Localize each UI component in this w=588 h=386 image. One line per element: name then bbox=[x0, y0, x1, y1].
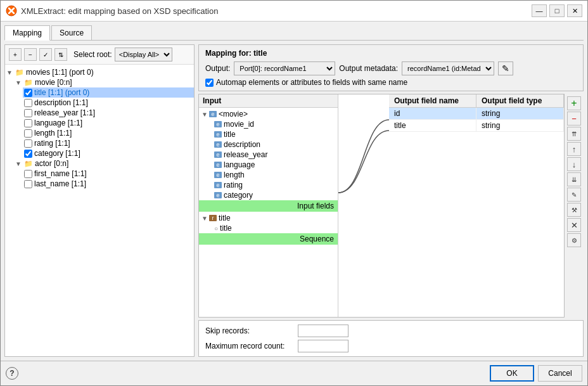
move-up-button[interactable]: ↑ bbox=[567, 142, 581, 156]
output-row-title[interactable]: title string bbox=[389, 120, 564, 132]
tab-bar: Mapping Source bbox=[4, 25, 584, 41]
main-content: Mapping Source + − ✓ ⇅ Select root: <Dis… bbox=[1, 22, 587, 361]
input-node-title[interactable]: e title bbox=[212, 129, 338, 139]
ok-button[interactable]: OK bbox=[490, 365, 534, 382]
tree-node-last-name[interactable]: last_name [1:1] bbox=[23, 179, 194, 189]
check-all-button[interactable]: ✓ bbox=[39, 48, 52, 61]
output-columns: Output field name Output field type id s… bbox=[389, 94, 564, 317]
tree-node-actor[interactable]: ▼ 📁 actor [0:n] bbox=[14, 158, 194, 169]
e-badge-length: e bbox=[214, 172, 222, 178]
input-label-release-year: release_year bbox=[224, 150, 267, 159]
automap-checkbox[interactable] bbox=[205, 79, 214, 87]
e-badge-movie: e bbox=[209, 111, 217, 117]
input-fields-bar: Input fields bbox=[199, 200, 338, 212]
input-node-length[interactable]: e length bbox=[212, 170, 338, 180]
input-node-movie[interactable]: ▼ e <movie> bbox=[199, 109, 338, 119]
tree-node-language[interactable]: language [1:1] bbox=[23, 118, 194, 128]
bottom-buttons: OK Cancel bbox=[490, 365, 582, 382]
output-dropdown[interactable]: Port[0]: recordName1 bbox=[234, 61, 335, 75]
output-field-name-header: Output field name bbox=[389, 94, 476, 107]
e-badge-description: e bbox=[214, 141, 222, 148]
input-node-release-year[interactable]: e release_year bbox=[212, 150, 338, 160]
help-button[interactable]: ? bbox=[6, 367, 18, 380]
expand-title-record-icon: ▼ bbox=[201, 215, 208, 222]
e-badge-rating: e bbox=[214, 182, 222, 188]
edit-button[interactable]: ✎ bbox=[567, 188, 581, 202]
mapping-title: Mapping for: title bbox=[205, 49, 577, 58]
input-node-title-field[interactable]: ○ title bbox=[212, 223, 338, 233]
checkbox-language[interactable] bbox=[24, 119, 32, 127]
input-column-header: Input bbox=[199, 94, 338, 108]
remove-button[interactable]: − bbox=[567, 112, 581, 125]
input-node-category[interactable]: e category bbox=[212, 190, 338, 200]
tree-node-title[interactable]: title [1:1] (port 0) bbox=[23, 87, 194, 98]
node-label-language: language [1:1] bbox=[34, 119, 82, 127]
node-label-last-name: last_name [1:1] bbox=[34, 179, 86, 188]
tree-node-rating[interactable]: rating [1:1] bbox=[23, 138, 194, 148]
e-badge-category: e bbox=[214, 192, 222, 198]
input-node-description[interactable]: e description bbox=[212, 139, 338, 150]
node-label-release-year: release_year [1:1] bbox=[34, 108, 95, 117]
checkbox-length[interactable] bbox=[24, 129, 32, 138]
select-root-label: Select root: bbox=[74, 50, 112, 59]
tree-node-length[interactable]: length [1:1] bbox=[23, 128, 194, 138]
checkbox-category[interactable] bbox=[24, 150, 32, 158]
checkbox-description[interactable] bbox=[24, 99, 32, 107]
edit-metadata-button[interactable]: ✎ bbox=[498, 61, 513, 75]
tree-area[interactable]: ▼ 📁 movies [1:1] (port 0) ▼ 📁 movie [0:n… bbox=[5, 65, 194, 356]
tree-node-first-name[interactable]: first_name [1:1] bbox=[23, 169, 194, 179]
tab-mapping[interactable]: Mapping bbox=[4, 25, 50, 41]
input-node-language[interactable]: e language bbox=[212, 160, 338, 170]
input-node-movie-id[interactable]: e movie_id bbox=[212, 119, 338, 129]
automap-label: Automap elements or attributes to fields… bbox=[216, 78, 407, 87]
bottom-bar: ? OK Cancel bbox=[1, 361, 587, 385]
tree-node-movies[interactable]: ▼ 📁 movies [1:1] (port 0) bbox=[5, 67, 194, 77]
delete-button[interactable]: ✕ bbox=[567, 218, 581, 232]
max-record-input[interactable] bbox=[298, 340, 348, 352]
input-node-title-record[interactable]: ▼ r title bbox=[199, 213, 338, 223]
checkbox-rating[interactable] bbox=[24, 139, 32, 148]
sort-button[interactable]: ⇅ bbox=[54, 48, 67, 61]
input-tree[interactable]: ▼ e <movie> e movie_id e bbox=[199, 108, 338, 317]
collapse-all-button[interactable]: − bbox=[24, 48, 37, 61]
cancel-button[interactable]: Cancel bbox=[538, 365, 582, 382]
move-down-button[interactable]: ↓ bbox=[567, 157, 581, 171]
settings-button[interactable]: ⚙ bbox=[567, 233, 581, 247]
tree-node-description[interactable]: description [1:1] bbox=[23, 98, 194, 108]
tools-button[interactable]: ⚒ bbox=[567, 203, 581, 217]
move-bottom-button[interactable]: ⇊ bbox=[567, 172, 581, 186]
node-label-movie: movie [0:n] bbox=[35, 78, 72, 87]
metadata-dropdown[interactable]: recordName1 (id:Metad bbox=[402, 61, 494, 75]
circle-icon-title: ○ bbox=[214, 225, 218, 232]
e-badge-movie-id: e bbox=[214, 121, 222, 127]
folder-movies-icon: 📁 bbox=[15, 68, 24, 77]
checkbox-title[interactable] bbox=[24, 89, 32, 97]
output-row-id[interactable]: id string bbox=[389, 108, 564, 120]
maximize-button[interactable]: □ bbox=[549, 4, 565, 17]
minimize-button[interactable]: — bbox=[532, 4, 547, 17]
input-label-movie-id: movie_id bbox=[224, 120, 254, 129]
expand-actor-icon: ▼ bbox=[15, 160, 24, 167]
move-top-button[interactable]: ⇈ bbox=[567, 127, 581, 141]
skip-records-input[interactable] bbox=[298, 325, 348, 337]
connection-area bbox=[338, 94, 389, 317]
expand-all-button[interactable]: + bbox=[9, 48, 22, 61]
add-button[interactable]: + bbox=[567, 96, 581, 110]
automap-row: Automap elements or attributes to fields… bbox=[205, 78, 577, 87]
checkbox-last-name[interactable] bbox=[24, 180, 32, 188]
close-button[interactable]: ✕ bbox=[567, 4, 582, 17]
output-row: Output: Port[0]: recordName1 Output meta… bbox=[205, 61, 577, 75]
checkbox-release-year[interactable] bbox=[24, 109, 32, 117]
footer-inputs: Skip records: Maximum record count: bbox=[198, 320, 584, 357]
max-record-row: Maximum record count: bbox=[205, 340, 577, 352]
select-root-dropdown[interactable]: <Display All> bbox=[115, 48, 172, 61]
input-label-category: category bbox=[224, 191, 253, 200]
tree-node-release-year[interactable]: release_year [1:1] bbox=[23, 108, 194, 118]
checkbox-first-name[interactable] bbox=[24, 170, 32, 178]
input-label-title: title bbox=[224, 130, 236, 139]
input-node-rating[interactable]: e rating bbox=[212, 180, 338, 190]
tab-source[interactable]: Source bbox=[51, 25, 92, 40]
node-label-actor: actor [0:n] bbox=[35, 159, 68, 168]
tree-node-movie[interactable]: ▼ 📁 movie [0:n] bbox=[14, 77, 194, 87]
tree-node-category[interactable]: category [1:1] bbox=[23, 148, 194, 158]
